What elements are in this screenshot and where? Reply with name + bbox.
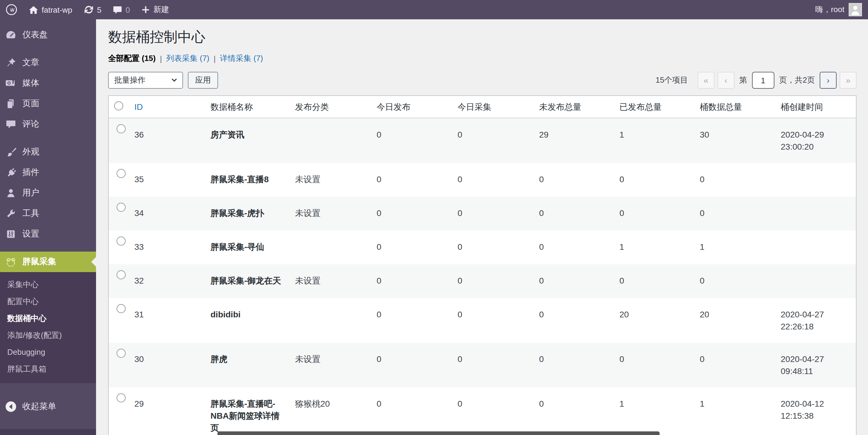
submenu-item-debugging[interactable]: Debugging	[0, 344, 96, 361]
cell-bucket-name: 胖鼠采集-寻仙	[205, 231, 289, 264]
account-menu[interactable]: 嗨，root	[815, 0, 868, 19]
sidebar-item-settings[interactable]: 设置	[0, 224, 96, 244]
cell-published-total: 1	[613, 387, 694, 435]
row-select-cell	[108, 163, 128, 197]
plus-icon	[141, 5, 150, 14]
cell-category	[289, 231, 371, 264]
sort-by-id-link[interactable]: ID	[134, 102, 143, 112]
new-content-link[interactable]: 新建	[135, 0, 175, 19]
cell-today-collected: 0	[452, 298, 533, 343]
cell-created-at: 2020-04-12 12:15:38	[775, 387, 856, 435]
select-all-cell	[108, 96, 128, 118]
updates-link[interactable]: 5	[78, 0, 106, 19]
submenu-item-toolbox[interactable]: 胖鼠工具箱	[0, 361, 96, 378]
cell-category: 未设置	[289, 343, 371, 387]
cell-today-published: 0	[371, 264, 452, 298]
row-checkbox[interactable]	[117, 169, 126, 178]
cell-created-at: 2020-04-29 23:00:20	[775, 118, 856, 163]
sidebar-item-media[interactable]: 媒体	[0, 73, 96, 94]
submenu-item-add-edit-config[interactable]: 添加/修改(配置)	[0, 327, 96, 344]
greeting-text: 嗨，root	[815, 4, 844, 15]
dashboard-gauge-icon	[5, 29, 17, 41]
row-checkbox[interactable]	[117, 236, 126, 245]
cell-unpublished-total: 0	[533, 163, 613, 197]
row-checkbox[interactable]	[117, 203, 126, 212]
sidebar-item-fatrat-collect[interactable]: 胖鼠采集	[0, 252, 96, 272]
cell-id: 30	[128, 343, 205, 387]
row-checkbox[interactable]	[117, 349, 126, 358]
wordpress-logo-menu[interactable]	[0, 0, 23, 19]
collapse-menu-button[interactable]: 收起菜单	[0, 396, 96, 417]
sidebar-item-posts[interactable]: 文章	[0, 53, 96, 73]
table-row: 35胖鼠采集-直播8未设置00000	[108, 163, 856, 197]
last-page-button[interactable]: »	[840, 72, 857, 89]
site-name-link[interactable]: fatrat-wp	[23, 0, 78, 19]
sidebar-item-comments[interactable]: 评论	[0, 114, 96, 135]
table-row: 31dibidibi00020202020-04-27 22:26:18	[108, 298, 856, 343]
horizontal-scrollbar-thumb[interactable]	[217, 431, 660, 435]
row-checkbox[interactable]	[117, 124, 126, 133]
cell-bucket-total: 0	[694, 264, 775, 298]
column-header-bucket-total: 桶数据总量	[694, 96, 775, 118]
cell-today-collected: 0	[452, 197, 533, 231]
cell-today-collected: 0	[452, 343, 533, 387]
cell-bucket-total: 30	[694, 118, 775, 163]
submenu-item-collect-center[interactable]: 采集中心	[0, 276, 96, 293]
filter-detail-collect[interactable]: 详情采集 (7)	[220, 53, 263, 64]
cell-id: 35	[128, 163, 205, 197]
table-row: 33胖鼠采集-寻仙00011	[108, 231, 856, 264]
first-page-button[interactable]: «	[698, 72, 715, 89]
sidebar-item-users[interactable]: 用户	[0, 183, 96, 203]
sidebar-item-appearance[interactable]: 外观	[0, 142, 96, 162]
cell-published-total: 1	[613, 118, 694, 163]
row-checkbox[interactable]	[117, 304, 126, 313]
cell-bucket-total: 0	[694, 197, 775, 231]
current-page-input[interactable]	[752, 72, 774, 89]
column-header-today-published: 今日发布	[371, 96, 452, 118]
cell-today-collected: 0	[452, 387, 533, 435]
cell-created-at: 2020-04-27 22:26:18	[775, 298, 856, 343]
row-checkbox[interactable]	[117, 393, 126, 402]
filter-all-configs[interactable]: 全部配置 (15)	[108, 53, 156, 64]
row-select-cell	[108, 264, 128, 298]
cell-unpublished-total: 29	[533, 118, 613, 163]
cell-created-at	[775, 231, 856, 264]
submenu-item-data-bucket-center[interactable]: 数据桶中心	[0, 310, 96, 327]
cell-today-published: 0	[371, 387, 452, 435]
row-select-cell	[108, 387, 128, 435]
column-header-category: 发布分类	[289, 96, 371, 118]
filter-links: 全部配置 (15) 列表采集 (7) 详情采集 (7)	[108, 53, 857, 64]
row-checkbox[interactable]	[117, 270, 126, 279]
table-row: 34胖鼠采集-虎扑未设置00000	[108, 197, 856, 231]
media-camera-icon	[5, 77, 17, 89]
prev-page-button[interactable]: ‹	[718, 72, 735, 89]
bulk-action-select[interactable]: 批量操作	[108, 72, 183, 89]
total-pages-label: 页，共2页	[779, 75, 815, 86]
cell-id: 31	[128, 298, 205, 343]
cell-created-at	[775, 197, 856, 231]
table-nav: 批量操作 应用 15个项目 « ‹ 第 页，共2页 › »	[108, 71, 857, 89]
table-row: 29胖鼠采集-直播吧-NBA新闻篮球详情页猕猴桃20000112020-04-1…	[108, 387, 856, 435]
table-header-row: ID 数据桶名称 发布分类 今日发布 今日采集 未发布总量 已发布总量 桶数据总…	[108, 96, 856, 118]
sidebar-item-tools[interactable]: 工具	[0, 203, 96, 224]
apply-button[interactable]: 应用	[188, 72, 218, 89]
filter-list-collect[interactable]: 列表采集 (7)	[166, 53, 209, 64]
comment-bubble-icon	[5, 118, 17, 130]
paintbrush-icon	[5, 146, 17, 158]
cell-id: 32	[128, 264, 205, 298]
cell-published-total: 0	[613, 343, 694, 387]
sidebar-item-plugins[interactable]: 插件	[0, 162, 96, 183]
sidebar-item-pages[interactable]: 页面	[0, 94, 96, 114]
select-all-checkbox[interactable]	[114, 101, 123, 110]
user-icon	[5, 187, 17, 199]
collapse-arrow-icon	[5, 401, 17, 413]
comments-link[interactable]: 0	[107, 0, 135, 19]
next-page-button[interactable]: ›	[820, 72, 837, 89]
site-name-label: fatrat-wp	[42, 5, 72, 14]
sidebar-item-dashboard[interactable]: 仪表盘	[0, 25, 96, 45]
cell-published-total: 20	[613, 298, 694, 343]
column-header-today-collected: 今日采集	[452, 96, 533, 118]
submenu-item-config-center[interactable]: 配置中心	[0, 293, 96, 310]
cell-unpublished-total: 0	[533, 298, 613, 343]
column-header-unpublished-total: 未发布总量	[533, 96, 613, 118]
